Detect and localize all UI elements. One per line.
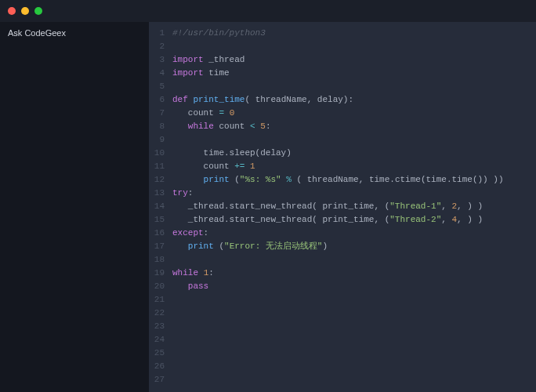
code-line[interactable]: 27 xyxy=(149,373,536,387)
line-number: 17 xyxy=(149,240,172,253)
code-line[interactable]: 8 while count < 5: xyxy=(149,120,536,133)
code-line[interactable]: 13try: xyxy=(149,187,536,200)
line-number: 11 xyxy=(149,160,172,173)
line-content[interactable]: try: xyxy=(172,187,536,200)
app-window: Ask CodeGeex 1#!/usr/bin/python323import… xyxy=(0,0,536,392)
sidebar: Ask CodeGeex xyxy=(0,22,149,392)
line-content[interactable]: count += 1 xyxy=(172,160,536,173)
titlebar xyxy=(0,0,536,22)
line-content[interactable] xyxy=(172,320,536,333)
line-content[interactable]: def print_time( threadName, delay): xyxy=(172,93,536,107)
code-line[interactable]: 3import _thread xyxy=(149,53,536,67)
code-line[interactable]: 7 count = 0 xyxy=(149,107,536,120)
line-number: 10 xyxy=(149,147,172,160)
line-number: 1 xyxy=(149,27,172,40)
code-line[interactable]: 9 xyxy=(149,133,536,147)
line-number: 2 xyxy=(149,40,172,53)
line-content[interactable] xyxy=(172,347,536,360)
code-editor[interactable]: 1#!/usr/bin/python323import _thread4impo… xyxy=(149,22,536,392)
code-line[interactable]: 26 xyxy=(149,360,536,373)
code-line[interactable]: 5 xyxy=(149,80,536,93)
code-line[interactable]: 22 xyxy=(149,307,536,320)
code-line[interactable]: 25 xyxy=(149,347,536,360)
line-content[interactable] xyxy=(172,253,536,267)
line-number: 23 xyxy=(149,320,172,333)
line-number: 25 xyxy=(149,347,172,360)
line-content[interactable]: print ("Error: 无法启动线程") xyxy=(172,240,536,253)
line-number: 3 xyxy=(149,53,172,67)
line-content[interactable]: while count < 5: xyxy=(172,120,536,133)
line-content[interactable] xyxy=(172,360,536,373)
code-lines: 1#!/usr/bin/python323import _thread4impo… xyxy=(149,27,536,392)
code-line[interactable]: 4import time xyxy=(149,67,536,80)
code-line[interactable]: 21 xyxy=(149,293,536,307)
line-content[interactable]: time.sleep(delay) xyxy=(172,147,536,160)
line-number: 4 xyxy=(149,67,172,80)
line-number: 13 xyxy=(149,187,172,200)
line-number: 20 xyxy=(149,280,172,293)
line-number: 27 xyxy=(149,373,172,387)
code-line[interactable]: 6def print_time( threadName, delay): xyxy=(149,93,536,107)
line-number: 14 xyxy=(149,200,172,213)
code-line[interactable]: 2 xyxy=(149,40,536,53)
line-number: 15 xyxy=(149,213,172,227)
line-number: 22 xyxy=(149,307,172,320)
line-content[interactable] xyxy=(172,80,536,93)
line-number: 9 xyxy=(149,133,172,147)
code-line[interactable]: 14 _thread.start_new_thread( print_time,… xyxy=(149,200,536,213)
code-line[interactable]: 11 count += 1 xyxy=(149,160,536,173)
line-content[interactable]: _thread.start_new_thread( print_time, ("… xyxy=(172,213,536,227)
line-content[interactable] xyxy=(172,40,536,53)
line-content[interactable]: except: xyxy=(172,227,536,240)
line-content[interactable]: import _thread xyxy=(172,53,536,67)
line-content[interactable] xyxy=(172,307,536,320)
ask-codegeex-button[interactable]: Ask CodeGeex xyxy=(8,28,141,38)
code-line[interactable]: 24 xyxy=(149,333,536,347)
line-number: 8 xyxy=(149,120,172,133)
line-number: 12 xyxy=(149,173,172,187)
line-content[interactable] xyxy=(172,293,536,307)
code-line[interactable]: 19while 1: xyxy=(149,267,536,280)
line-content[interactable]: import time xyxy=(172,67,536,80)
line-number: 21 xyxy=(149,293,172,307)
line-content[interactable] xyxy=(172,373,536,387)
line-content[interactable] xyxy=(172,333,536,347)
line-number: 6 xyxy=(149,93,172,107)
close-icon[interactable] xyxy=(8,7,16,15)
code-line[interactable]: 1#!/usr/bin/python3 xyxy=(149,27,536,40)
maximize-icon[interactable] xyxy=(34,7,42,15)
line-number: 7 xyxy=(149,107,172,120)
code-line[interactable]: 10 time.sleep(delay) xyxy=(149,147,536,160)
line-content[interactable]: _thread.start_new_thread( print_time, ("… xyxy=(172,200,536,213)
line-content[interactable]: print ("%s: %s" % ( threadName, time.cti… xyxy=(172,173,536,187)
line-number: 5 xyxy=(149,80,172,93)
line-number: 24 xyxy=(149,333,172,347)
code-line[interactable]: 18 xyxy=(149,253,536,267)
line-content[interactable]: pass xyxy=(172,280,536,293)
line-content[interactable]: #!/usr/bin/python3 xyxy=(172,27,536,40)
line-number: 19 xyxy=(149,267,172,280)
minimize-icon[interactable] xyxy=(21,7,29,15)
line-content[interactable]: while 1: xyxy=(172,267,536,280)
code-line[interactable]: 15 _thread.start_new_thread( print_time,… xyxy=(149,213,536,227)
code-line[interactable]: 12 print ("%s: %s" % ( threadName, time.… xyxy=(149,173,536,187)
line-content[interactable]: count = 0 xyxy=(172,107,536,120)
code-line[interactable]: 20 pass xyxy=(149,280,536,293)
line-number: 18 xyxy=(149,253,172,267)
code-line[interactable]: 17 print ("Error: 无法启动线程") xyxy=(149,240,536,253)
line-number: 26 xyxy=(149,360,172,373)
body-area: Ask CodeGeex 1#!/usr/bin/python323import… xyxy=(0,22,536,392)
line-number: 16 xyxy=(149,227,172,240)
code-line[interactable]: 16except: xyxy=(149,227,536,240)
line-content[interactable] xyxy=(172,133,536,147)
code-line[interactable]: 23 xyxy=(149,320,536,333)
